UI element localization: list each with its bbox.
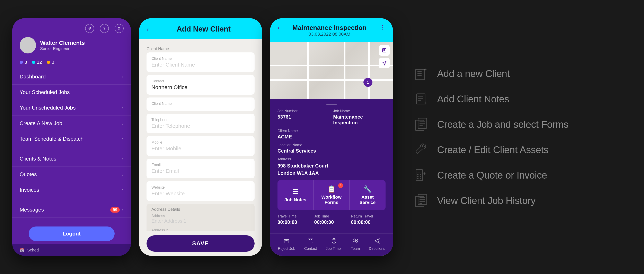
job-info-grid: Job Number 53761 Job Name Maintenance In… bbox=[278, 109, 386, 126]
client-name-field[interactable]: Client Name Enter Client Name bbox=[146, 53, 254, 72]
sidebar-item-messages[interactable]: Messages 99 › bbox=[12, 202, 131, 218]
forms-label: Workflow Forms bbox=[317, 194, 346, 205]
back-button[interactable]: ‹ bbox=[146, 25, 149, 33]
workflow-forms-button[interactable]: 📋 4 Workflow Forms bbox=[314, 180, 350, 210]
sidebar-item-scheduled-jobs[interactable]: Your Scheduled Jobs › bbox=[12, 85, 131, 100]
phone-sidebar: ⏱ ? ⚙ Walter Clements Senior Engineer 8 bbox=[12, 18, 131, 256]
sidebar-item-dashboard[interactable]: Dashboard › bbox=[12, 69, 131, 85]
more-options-button[interactable]: ⋮ bbox=[380, 24, 386, 31]
telephone-field[interactable]: Telephone Enter Telephone bbox=[146, 114, 254, 133]
telephone-label: Telephone bbox=[152, 118, 250, 122]
travel-time-item: Travel Time 00:00:00 bbox=[278, 214, 312, 225]
client-name-input[interactable]: Enter Client Name bbox=[152, 62, 250, 68]
team-icon bbox=[352, 238, 358, 245]
forms-icon: 📋 bbox=[328, 185, 336, 193]
bottom-bar: 📅 Sched bbox=[12, 244, 131, 256]
address1-field[interactable]: Address 1 Enter Address 1 bbox=[152, 214, 250, 224]
address1-input[interactable]: Enter Address 1 bbox=[152, 218, 250, 224]
job-title: Maintenance Inspection bbox=[280, 24, 380, 32]
time-grid: Travel Time 00:00:00 Job Time 00:00:00 R… bbox=[278, 214, 386, 225]
svg-rect-7 bbox=[284, 239, 289, 243]
contact-button[interactable]: Contact bbox=[304, 238, 317, 251]
job-timer-button[interactable]: Job Timer bbox=[326, 238, 342, 251]
avatar bbox=[20, 37, 36, 54]
timer-icon[interactable]: ⏱ bbox=[85, 24, 94, 33]
sidebar-item-quotes[interactable]: Quotes › bbox=[12, 167, 131, 182]
chevron-icon: › bbox=[122, 137, 124, 141]
return-travel-value: 00:00:00 bbox=[351, 219, 386, 225]
map-placeholder: 1 bbox=[270, 42, 393, 99]
sidebar-item-create-job[interactable]: Create A New Job › bbox=[12, 116, 131, 131]
contact-field[interactable]: Contact Northern Office bbox=[146, 75, 254, 95]
sidebar-nav: Dashboard › Your Scheduled Jobs › Your U… bbox=[12, 69, 131, 223]
sidebar-item-invoices[interactable]: Invoices › bbox=[12, 182, 131, 198]
orange-dot bbox=[47, 61, 50, 64]
settings-icon[interactable]: ⚙ bbox=[114, 24, 124, 33]
badge-purple-count: 8 bbox=[24, 60, 27, 65]
feature-create-job: Create a Job and select Forms bbox=[413, 116, 620, 132]
save-button[interactable]: SAVE bbox=[146, 235, 254, 252]
bottom-sched-label: Sched bbox=[27, 248, 39, 252]
team-button[interactable]: Team bbox=[351, 238, 360, 251]
timer-icon bbox=[331, 238, 337, 245]
svg-rect-26 bbox=[416, 94, 425, 104]
svg-rect-20 bbox=[416, 69, 425, 80]
job-map: 1 bbox=[270, 42, 393, 99]
help-icon[interactable]: ? bbox=[100, 24, 109, 33]
client-name-field-2[interactable]: Client Name bbox=[146, 98, 254, 111]
job-time-item: Job Time 00:00:00 bbox=[314, 214, 349, 225]
job-name-item: Job Name Maintenance Inspection bbox=[333, 109, 386, 126]
map-navigate-button[interactable] bbox=[379, 58, 390, 68]
website-field[interactable]: Website Enter Website bbox=[146, 181, 254, 201]
action-buttons-row: ☰ Job Notes 📋 4 Workflow Forms 🔧 Asset S… bbox=[278, 180, 386, 210]
location-item: Location Name Central Services bbox=[278, 143, 386, 154]
address2-field[interactable]: Address 2 bbox=[152, 228, 250, 231]
email-field[interactable]: Email Enter Email bbox=[146, 159, 254, 178]
feature-quote-invoice-text: Create a Quote or Invoice bbox=[437, 170, 547, 181]
svg-rect-39 bbox=[416, 170, 422, 181]
mobile-field[interactable]: Mobile Enter Mobile bbox=[146, 136, 254, 156]
svg-rect-11 bbox=[308, 239, 313, 243]
back-button[interactable]: ‹ bbox=[278, 24, 280, 31]
telephone-input[interactable]: Enter Telephone bbox=[152, 123, 250, 129]
map-layers-button[interactable] bbox=[379, 45, 390, 56]
chevron-icon: › bbox=[122, 105, 124, 110]
contact-icon bbox=[307, 238, 314, 245]
svg-point-1 bbox=[23, 47, 32, 51]
purple-dot bbox=[20, 61, 23, 64]
feature-panel: Add a new Client Add Client Notes bbox=[401, 53, 632, 221]
logout-button[interactable]: Logout bbox=[29, 226, 114, 241]
asset-service-button[interactable]: 🔧 Asset Service bbox=[350, 180, 386, 210]
map-road bbox=[270, 79, 393, 81]
sidebar-item-unscheduled-jobs[interactable]: Your Unscheduled Jobs › bbox=[12, 100, 131, 116]
feature-client-assets-text: Create / Edit Client Assets bbox=[437, 144, 548, 155]
address-section: Address Details Address 1 Enter Address … bbox=[146, 204, 254, 231]
mobile-label: Mobile bbox=[152, 140, 250, 145]
job-time-label: Job Time bbox=[314, 214, 349, 218]
email-input[interactable]: Enter Email bbox=[152, 168, 250, 174]
user-info: Walter Clements Senior Engineer bbox=[40, 40, 85, 51]
client-name-label: Client Name bbox=[152, 57, 250, 61]
feature-add-notes: Add Client Notes bbox=[413, 91, 620, 107]
website-input[interactable]: Enter Website bbox=[152, 190, 250, 197]
badge-orange-count: 3 bbox=[52, 60, 54, 65]
mobile-input[interactable]: Enter Mobile bbox=[152, 145, 250, 152]
contact-input[interactable]: Northern Office bbox=[152, 84, 250, 91]
client-name-label: Client Name bbox=[278, 129, 386, 133]
reject-job-button[interactable]: Reject Job bbox=[278, 238, 295, 251]
asset-label: Asset Service bbox=[353, 194, 382, 205]
sidebar-item-clients[interactable]: Clients & Notes › bbox=[12, 151, 131, 167]
notes-icon: ☰ bbox=[292, 188, 298, 196]
directions-button[interactable]: Directions bbox=[369, 238, 385, 251]
job-detail-body: Job Number 53761 Job Name Maintenance In… bbox=[270, 99, 393, 233]
directions-icon bbox=[374, 238, 380, 245]
history-icon bbox=[413, 192, 430, 209]
sidebar-item-team-schedule[interactable]: Team Schedule & Dispatch › bbox=[12, 131, 131, 147]
job-notes-button[interactable]: ☰ Job Notes bbox=[278, 180, 314, 210]
contact-label: Contact bbox=[304, 246, 317, 251]
team-label: Team bbox=[351, 246, 360, 251]
feature-add-client: Add a new Client bbox=[413, 65, 620, 82]
chevron-icon: › bbox=[122, 121, 124, 126]
forms-badge: 4 bbox=[338, 183, 343, 188]
user-role: Senior Engineer bbox=[40, 46, 85, 51]
